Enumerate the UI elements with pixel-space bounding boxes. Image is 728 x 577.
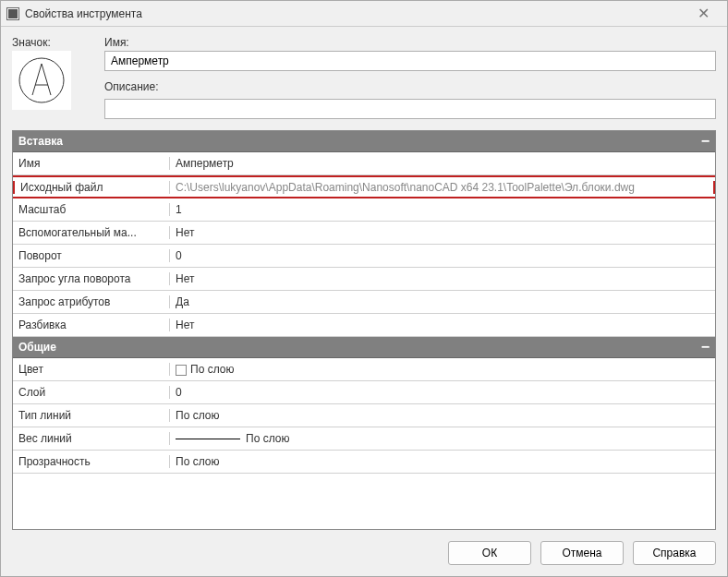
titlebar: Свойства инструмента ✕: [1, 1, 727, 27]
row-layer-val[interactable]: 0: [170, 386, 715, 399]
row-layer[interactable]: Слой 0: [13, 381, 715, 404]
row-name-val[interactable]: Амперметр: [170, 157, 715, 170]
row-promptrot-key: Запрос угла поворота: [13, 272, 170, 285]
row-lineweight-val[interactable]: По слою: [170, 432, 715, 445]
row-linetype-key: Тип линий: [13, 409, 170, 422]
cancel-button[interactable]: Отмена: [540, 541, 624, 565]
content-area: Значок: Имя: Описание: Вставка −: [1, 27, 727, 530]
row-color[interactable]: Цвет По слою: [13, 358, 715, 381]
row-rotation-val[interactable]: 0: [170, 249, 715, 262]
row-auxscale[interactable]: Вспомогательный ма... Нет: [13, 222, 715, 245]
row-scale-key: Масштаб: [13, 203, 170, 216]
ammeter-icon: [16, 54, 67, 106]
row-sourcefile-val[interactable]: C:\Users\lukyanov\AppData\Roaming\Nanoso…: [170, 181, 715, 194]
close-icon[interactable]: ✕: [685, 5, 722, 22]
description-input[interactable]: [104, 99, 716, 119]
icon-column: Значок:: [12, 36, 104, 119]
row-transparency-val[interactable]: По слою: [170, 455, 715, 468]
row-promptattr[interactable]: Запрос атрибутов Да: [13, 291, 715, 314]
description-label: Описание:: [104, 80, 716, 93]
row-promptrot-val[interactable]: Нет: [170, 272, 715, 285]
row-rotation[interactable]: Поворот 0: [13, 245, 715, 268]
section-insert-title: Вставка: [18, 135, 63, 148]
ok-button[interactable]: ОК: [448, 541, 531, 565]
section-general-title: Общие: [18, 341, 56, 354]
row-rotation-key: Поворот: [13, 249, 170, 262]
row-transparency[interactable]: Прозрачность По слою: [13, 451, 715, 474]
row-linetype[interactable]: Тип линий По слою: [13, 404, 715, 427]
row-promptattr-key: Запрос атрибутов: [13, 295, 170, 308]
row-lineweight[interactable]: Вес линий По слою: [13, 427, 715, 451]
row-promptattr-val[interactable]: Да: [170, 295, 715, 308]
row-promptrot[interactable]: Запрос угла поворота Нет: [13, 268, 715, 291]
row-scale[interactable]: Масштаб 1: [13, 198, 715, 222]
section-general-header[interactable]: Общие −: [13, 337, 715, 358]
button-bar: ОК Отмена Справка: [1, 530, 727, 576]
name-label: Имя:: [104, 36, 716, 49]
row-explode-val[interactable]: Нет: [170, 319, 715, 331]
icon-label: Значок:: [12, 36, 104, 49]
tool-properties-window: Свойства инструмента ✕ Значок: Имя: Опис…: [0, 0, 728, 577]
row-sourcefile-key: Исходный файл: [13, 181, 170, 194]
fields-column: Имя: Описание:: [104, 36, 716, 119]
window-title: Свойства инструмента: [25, 7, 685, 20]
name-input[interactable]: [104, 51, 716, 71]
collapse-icon[interactable]: −: [701, 136, 710, 147]
top-area: Значок: Имя: Описание:: [12, 36, 716, 119]
line-sample-icon: [176, 439, 240, 439]
row-name[interactable]: Имя Амперметр: [13, 152, 715, 175]
row-sourcefile[interactable]: Исходный файл C:\Users\lukyanov\AppData\…: [13, 175, 715, 198]
row-transparency-key: Прозрачность: [13, 455, 170, 468]
row-auxscale-key: Вспомогательный ма...: [13, 226, 170, 239]
row-explode[interactable]: Разбивка Нет: [13, 314, 715, 337]
row-lineweight-key: Вес линий: [13, 432, 170, 445]
row-color-val[interactable]: По слою: [170, 363, 715, 376]
row-color-key: Цвет: [13, 363, 170, 376]
row-auxscale-val[interactable]: Нет: [170, 226, 715, 239]
color-swatch-icon: [176, 365, 187, 376]
row-explode-key: Разбивка: [13, 319, 170, 331]
row-linetype-val[interactable]: По слою: [170, 409, 715, 422]
tool-icon[interactable]: [12, 51, 71, 110]
properties-panel: Вставка − Имя Амперметр Исходный файл C:…: [12, 130, 716, 530]
row-name-key: Имя: [13, 157, 170, 170]
collapse-icon[interactable]: −: [701, 342, 710, 353]
section-insert-header[interactable]: Вставка −: [13, 131, 715, 152]
row-scale-val[interactable]: 1: [170, 203, 715, 216]
help-button[interactable]: Справка: [633, 541, 716, 565]
row-layer-key: Слой: [13, 386, 170, 399]
app-icon: [6, 7, 19, 20]
